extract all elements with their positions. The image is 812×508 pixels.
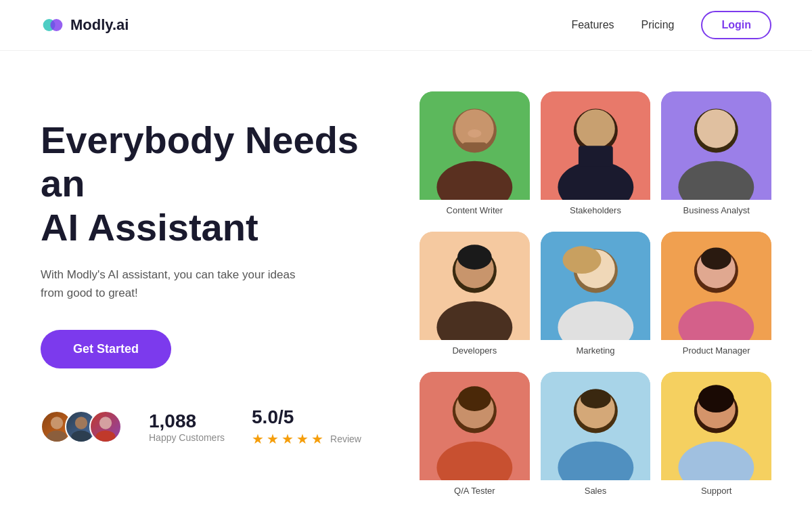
persona-business-analyst: Business Analyst — [661, 91, 771, 221]
star-5: ★ — [311, 431, 323, 447]
svg-point-13 — [468, 129, 481, 137]
persona-img-content-writer — [420, 91, 530, 200]
svg-point-11 — [455, 109, 494, 148]
persona-img-support — [661, 372, 771, 480]
svg-point-27 — [457, 245, 492, 270]
persona-content-writer: Content Writer — [420, 91, 530, 221]
svg-point-22 — [697, 109, 736, 148]
svg-point-5 — [71, 430, 91, 442]
svg-point-1 — [50, 19, 62, 31]
svg-point-42 — [458, 386, 491, 411]
persona-stakeholders: Stakeholders — [541, 91, 651, 221]
persona-sales: Sales — [541, 372, 651, 501]
svg-point-37 — [701, 247, 731, 270]
persona-label-developers: Developers — [449, 340, 499, 361]
hero-subtitle: With Modly's AI assistant, you can take … — [41, 266, 311, 302]
persona-img-sales — [541, 372, 651, 480]
persona-label-business-analyst: Business Analyst — [681, 200, 752, 221]
persona-label-marketing: Marketing — [573, 340, 617, 361]
nav-features[interactable]: Features — [571, 19, 614, 31]
persona-qa-tester: Q/A Tester — [420, 372, 530, 501]
hero-content: Everybody Needs an AI Assistant With Mod… — [41, 91, 392, 447]
count-value: 1,088 — [149, 410, 225, 432]
nav-links: Features Pricing Login — [571, 11, 771, 39]
persona-label-support: Support — [698, 480, 735, 501]
persona-product-manager: Product Manager — [661, 232, 771, 361]
star-rating: ★ ★ ★ ★ ★ Review — [252, 431, 361, 447]
svg-point-7 — [95, 430, 115, 442]
personas-grid: Content Writer Stakeholders — [420, 91, 771, 501]
persona-label-qa-tester: Q/A Tester — [451, 480, 497, 501]
count-label: Happy Customers — [149, 432, 225, 443]
star-4: ★ — [296, 431, 309, 447]
svg-point-3 — [47, 430, 66, 442]
logo-icon — [41, 13, 65, 37]
rating-block: 5.0/5 ★ ★ ★ ★ ★ Review — [252, 406, 361, 447]
avatar-3 — [89, 410, 122, 443]
star-2: ★ — [267, 431, 279, 447]
svg-rect-12 — [462, 142, 487, 149]
svg-point-47 — [581, 389, 611, 408]
navbar: Modly.ai Features Pricing Login — [0, 0, 812, 51]
persona-img-stakeholders — [541, 91, 651, 200]
logo[interactable]: Modly.ai — [41, 13, 129, 37]
hero-section: Everybody Needs an AI Assistant With Mod… — [0, 51, 812, 508]
nav-pricing[interactable]: Pricing — [641, 19, 675, 31]
personas-section: Content Writer Stakeholders — [420, 91, 771, 501]
login-button[interactable]: Login — [701, 11, 771, 39]
persona-label-content-writer: Content Writer — [444, 200, 506, 221]
persona-label-product-manager: Product Manager — [680, 340, 753, 361]
persona-label-sales: Sales — [582, 480, 610, 501]
star-3: ★ — [281, 431, 294, 447]
customer-count: 1,088 Happy Customers — [149, 410, 225, 443]
persona-img-business-analyst — [661, 91, 771, 200]
stats-section: 1,088 Happy Customers 5.0/5 ★ ★ ★ ★ ★ Re… — [41, 406, 392, 447]
svg-point-4 — [75, 417, 87, 429]
persona-img-marketing — [541, 232, 651, 340]
svg-point-32 — [562, 246, 601, 274]
rating-value: 5.0/5 — [252, 406, 361, 428]
svg-point-17 — [577, 109, 615, 148]
get-started-button[interactable]: Get Started — [41, 330, 171, 368]
persona-img-developers — [420, 232, 530, 340]
review-label: Review — [330, 433, 361, 444]
svg-point-6 — [99, 417, 112, 429]
persona-img-product-manager — [661, 232, 771, 340]
hero-title: Everybody Needs an AI Assistant — [41, 119, 392, 249]
svg-point-2 — [51, 417, 63, 429]
customer-avatars — [41, 410, 122, 443]
svg-point-52 — [698, 385, 734, 412]
persona-support: Support — [661, 372, 771, 501]
svg-rect-18 — [579, 146, 613, 167]
persona-marketing: Marketing — [541, 232, 651, 361]
logo-text: Modly.ai — [70, 16, 129, 34]
star-1: ★ — [252, 431, 264, 447]
persona-label-stakeholders: Stakeholders — [567, 200, 624, 221]
persona-img-qa-tester — [420, 372, 530, 480]
persona-developers: Developers — [420, 232, 530, 361]
